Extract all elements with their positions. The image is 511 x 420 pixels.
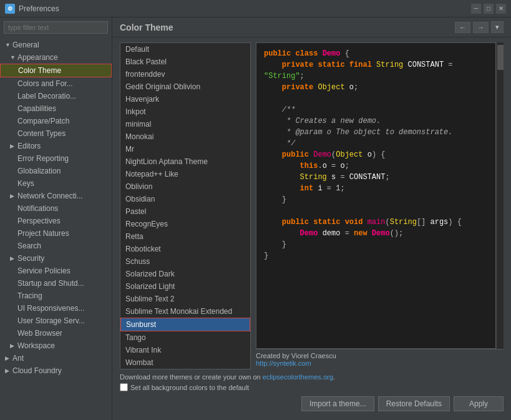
theme-list-item[interactable]: Black Pastel: [120, 56, 250, 68]
nav-menu-button[interactable]: ▾: [491, 21, 504, 33]
sidebar-label-content-types: Content Types: [17, 129, 66, 138]
background-checkbox[interactable]: [120, 383, 128, 391]
page-title: Color Theme: [120, 22, 173, 32]
minimize-button[interactable]: ─: [471, 4, 481, 14]
sidebar-label-workspace: Workspace: [17, 341, 55, 350]
theme-list-item[interactable]: Pastel: [120, 205, 250, 218]
sidebar-item-ui-responsiveness[interactable]: UI Responsivenes...: [0, 302, 112, 315]
content-body: DefaultBlack PastelfrontenddevGedit Orig…: [112, 37, 511, 420]
theme-list-item[interactable]: minimal: [120, 118, 250, 130]
sidebar-item-color-theme[interactable]: Color Theme: [0, 64, 112, 77]
sidebar-item-perspectives[interactable]: Perspectives: [0, 215, 112, 227]
expand-placeholder: [10, 279, 17, 288]
maximize-button[interactable]: □: [484, 4, 494, 14]
sidebar-item-keys[interactable]: Keys: [0, 177, 112, 190]
sidebar-item-cloud-foundry[interactable]: Cloud Foundry: [0, 364, 112, 377]
theme-list-item[interactable]: Default: [120, 43, 250, 56]
theme-list-item[interactable]: Wombat: [120, 356, 250, 369]
expand-arrow-cloud-foundry: [5, 368, 12, 374]
theme-list-item[interactable]: Roboticket: [120, 243, 250, 255]
scrollbar-thumb[interactable]: [497, 45, 504, 70]
expand-placeholder: [10, 217, 17, 225]
sidebar-label-web-browser: Web Browser: [17, 329, 62, 338]
checkbox-label: Set all background colors to the default: [130, 384, 249, 391]
sidebar-item-error-reporting[interactable]: Error Reporting: [0, 152, 112, 165]
sidebar-label-notifications: Notifications: [17, 204, 58, 213]
nav-back-button[interactable]: ←: [455, 22, 470, 33]
theme-list-item[interactable]: Solarized Light: [120, 280, 250, 293]
credit-area: Created by Viorel Craescu http://synteti…: [256, 349, 504, 369]
credit-link[interactable]: http://syntetik.com: [256, 359, 311, 367]
sidebar-item-capabilities[interactable]: Capabilities: [0, 102, 112, 115]
sidebar-item-startup[interactable]: Startup and Shutd...: [0, 277, 112, 290]
sidebar-item-web-browser[interactable]: Web Browser: [0, 327, 112, 339]
sidebar-label-cloud-foundry: Cloud Foundry: [12, 366, 62, 375]
sidebar-item-editors[interactable]: Editors: [0, 140, 112, 152]
apply-button[interactable]: Apply: [454, 396, 504, 411]
theme-list-item[interactable]: Monokai: [120, 130, 250, 143]
sidebar-item-appearance[interactable]: Appearance: [0, 51, 112, 64]
theme-list-item[interactable]: Notepad++ Like: [120, 168, 250, 180]
sidebar-label-capabilities: Capabilities: [17, 104, 56, 113]
close-button[interactable]: ✕: [496, 4, 506, 14]
preview-scrollbar[interactable]: [496, 42, 504, 349]
sidebar-item-security[interactable]: Security: [0, 252, 112, 265]
theme-list-item[interactable]: Inkpot: [120, 105, 250, 118]
theme-list-item[interactable]: Tango: [120, 331, 250, 344]
expand-arrow-appearance: [10, 54, 17, 61]
sidebar-item-workspace[interactable]: Workspace: [0, 339, 112, 352]
sidebar-item-tracing[interactable]: Tracing: [0, 290, 112, 302]
theme-list-item[interactable]: Sunburst: [120, 318, 250, 331]
sidebar-label-general: General: [12, 41, 39, 49]
sidebar-label-search: Search: [17, 242, 41, 250]
expand-placeholder: [10, 154, 17, 163]
expand-placeholder: [10, 179, 17, 188]
checkbox-row: Set all background colors to the default: [120, 383, 504, 391]
sidebar-item-colors-fonts[interactable]: Colors and For...: [0, 77, 112, 90]
sidebar-item-user-storage[interactable]: User Storage Serv...: [0, 315, 112, 327]
theme-list-item[interactable]: Schuss: [120, 255, 250, 268]
sidebar-label-keys: Keys: [17, 179, 34, 188]
theme-list-item[interactable]: NightLion Aptana Theme: [120, 155, 250, 168]
theme-list[interactable]: DefaultBlack PastelfrontenddevGedit Orig…: [120, 42, 251, 369]
sidebar-label-color-theme: Color Theme: [18, 66, 61, 75]
sidebar-item-network-connection[interactable]: Network Connecti...: [0, 190, 112, 202]
sidebar-item-globalization[interactable]: Globalization: [0, 165, 112, 177]
sidebar-item-service-policies[interactable]: Service Policies: [0, 265, 112, 277]
theme-list-item[interactable]: Gedit Original Oblivion: [120, 81, 250, 93]
title-bar: ⚙ Preferences ─ □ ✕: [0, 0, 511, 17]
sidebar-item-content-types[interactable]: Content Types: [0, 127, 112, 140]
theme-area: DefaultBlack PastelfrontenddevGedit Orig…: [120, 42, 504, 369]
code-preview: public class Demo { private static final…: [256, 43, 495, 348]
search-input[interactable]: [4, 21, 108, 34]
import-theme-button[interactable]: Import a theme...: [301, 396, 374, 411]
sidebar-label-security: Security: [17, 254, 44, 263]
download-link[interactable]: eclipsecolorthemes.org: [263, 373, 333, 381]
sidebar-item-label-decorations[interactable]: Label Decoratio...: [0, 90, 112, 102]
theme-list-item[interactable]: Vibrant Ink: [120, 344, 250, 356]
nav-forward-button[interactable]: →: [473, 22, 489, 33]
sidebar-item-project-natures[interactable]: Project Natures: [0, 227, 112, 240]
theme-list-item[interactable]: RecognEyes: [120, 218, 250, 230]
sidebar-item-search[interactable]: Search: [0, 240, 112, 252]
sidebar-item-general[interactable]: General: [0, 39, 112, 51]
restore-defaults-button[interactable]: Restore Defaults: [378, 396, 450, 411]
preview-container: public class Demo { private static final…: [256, 42, 504, 369]
theme-list-item[interactable]: Sublime Text Monokai Extended: [120, 305, 250, 318]
download-text: Download more themes or create your own …: [120, 373, 263, 381]
theme-list-item[interactable]: Oblivion: [120, 180, 250, 193]
expand-placeholder: [10, 242, 17, 250]
theme-list-item[interactable]: Sublime Text 2: [120, 293, 250, 305]
theme-list-item[interactable]: frontenddev: [120, 68, 250, 81]
bottom-controls: Download more themes or create your own …: [120, 369, 504, 393]
expand-placeholder: [10, 329, 17, 338]
sidebar-item-notifications[interactable]: Notifications: [0, 202, 112, 215]
theme-list-item[interactable]: Mr: [120, 143, 250, 155]
theme-list-item[interactable]: Havenjark: [120, 93, 250, 105]
theme-list-item[interactable]: Obsidian: [120, 193, 250, 205]
theme-list-item[interactable]: Solarized Dark: [120, 268, 250, 280]
sidebar-item-compare-patch[interactable]: Compare/Patch: [0, 115, 112, 127]
sidebar-item-ant[interactable]: Ant: [0, 352, 112, 364]
expand-arrow-editors: [10, 143, 17, 149]
theme-list-item[interactable]: Retta: [120, 230, 250, 243]
